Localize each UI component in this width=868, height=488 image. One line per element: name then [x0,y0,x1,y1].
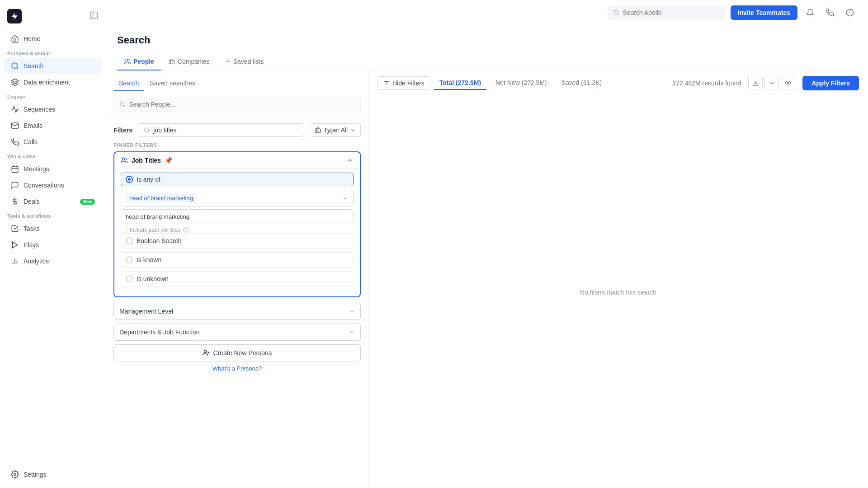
whats-persona-link[interactable]: What's a Persona? [113,365,361,372]
filters-label: Filters [113,127,132,134]
sidebar-item-plays-label: Plays [24,241,39,249]
svg-point-19 [126,59,128,61]
is-unknown-label: Is unknown [137,275,169,282]
job-titles-label: Job Titles [132,157,161,164]
management-level-select[interactable]: Management Level [113,303,361,320]
filter-card-title: Job Titles 📌 [121,157,172,164]
sidebar-item-data-enrichment[interactable]: Data enrichment [4,75,102,90]
tab-total[interactable]: Total (272.5M) [434,76,486,90]
collapse-icon[interactable] [346,157,354,164]
boolean-search-label: Boolean Search [137,237,182,244]
sidebar-item-search[interactable]: Search [4,58,102,74]
home-icon [11,35,19,43]
dropdown-icon-button[interactable] [764,76,779,90]
hide-filters-button[interactable]: Hide Filters [377,76,430,90]
sidebar-collapse-button[interactable] [90,11,99,22]
departments-select[interactable]: Departments & Job Function [113,324,361,341]
sidebar-item-emails[interactable]: Emails [4,118,102,133]
is-any-of-option[interactable]: Is any of [121,173,354,186]
tab-net-new[interactable]: Net New (272.5M) [490,76,552,90]
phone-icon [11,138,19,146]
include-past-checkbox[interactable] [121,227,127,233]
right-panel-toolbar: Hide Filters Total (272.5M) Net New (272… [368,70,868,96]
sidebar-item-calls[interactable]: Calls [4,134,102,150]
sidebar-item-meetings-label: Meetings [24,165,49,173]
svg-rect-31 [315,129,321,132]
filter-card-header[interactable]: Job Titles 📌 [114,152,360,169]
sidebar-item-tasks-label: Tasks [24,225,40,232]
sidebar-item-sequences[interactable]: Sequences [4,102,102,117]
sidebar-item-conversations[interactable]: Conversations [4,178,102,193]
filter-search-input[interactable] [153,127,298,134]
search-people-box [106,91,368,118]
search-people-input[interactable] [129,101,355,108]
sidebar-item-home[interactable]: Home [4,31,102,47]
engage-section-label: Engage [0,90,106,101]
notifications-icon[interactable] [803,5,817,20]
phone-topbar-icon[interactable] [823,5,837,20]
boolean-search-option[interactable]: Boolean Search [121,233,354,249]
include-past-label: Include past job titles [130,227,180,233]
tab-saved-lists[interactable]: Saved lists [217,53,271,70]
hide-filters-label: Hide Filters [392,80,425,87]
search-apollo-box[interactable] [608,6,725,19]
main-tabs: People Companies Saved lists [117,53,857,70]
search-people-input-wrapper[interactable] [113,97,361,112]
boolean-search-radio [126,237,133,244]
svg-point-36 [204,350,206,352]
sidebar-item-tasks[interactable]: Tasks [4,221,102,236]
svg-point-27 [120,102,124,106]
deals-badge: New [80,199,95,205]
is-unknown-option[interactable]: Is unknown [121,271,354,286]
topbar: Invite Teammates [106,0,868,25]
job-titles-filter-card: Job Titles 📌 Is any of [113,151,361,297]
logo-icon[interactable] [7,9,22,23]
search-area: Search Saved searches Filters [106,70,868,488]
no-filters-message: No filters match this search [368,96,868,488]
sidebar-logo [0,5,106,31]
search-apollo-input[interactable] [623,9,719,16]
create-persona-button[interactable]: Create New Persona [113,344,361,361]
bell-topbar-icon[interactable] [843,5,857,20]
sidebar-item-deals[interactable]: Deals New [4,194,102,209]
is-known-option[interactable]: Is known [121,252,354,267]
tasks-icon [11,225,19,233]
apply-filters-button[interactable]: Apply Filters [802,76,859,90]
departments-label: Departments & Job Function [119,328,199,336]
tab-saved[interactable]: Saved (61.2K) [556,76,608,90]
sub-tab-search[interactable]: Search [113,76,144,91]
sub-tab-saved-searches[interactable]: Saved searches [144,76,200,91]
job-title-tag-select[interactable]: head of brand marketing [121,190,354,206]
invite-teammates-button[interactable]: Invite Teammates [731,5,797,20]
sub-tabs: Search Saved searches [106,70,368,91]
type-filter-dropdown[interactable]: Type: All [310,123,361,137]
people-tab-icon [124,58,131,65]
chat-icon [11,181,19,189]
dollar-icon [11,197,19,206]
sidebar-item-settings[interactable]: Settings [4,467,102,482]
departments-chevron-icon [349,329,355,335]
pin-icon: 📌 [165,157,172,164]
filter-search-box[interactable] [138,123,304,137]
filter-card-body: Is any of head of brand marketing head o… [114,169,360,296]
include-past-row[interactable]: Include past job titles [121,227,354,233]
view-toggle-button[interactable] [781,76,795,90]
pinned-filters-label: Pinned Filters [113,142,361,148]
is-any-of-radio [126,176,133,183]
search-people-icon [119,101,125,108]
tab-saved-lists-label: Saved lists [233,58,264,65]
tab-companies[interactable]: Companies [161,53,217,70]
export-icon-button[interactable] [748,76,763,90]
svg-rect-4 [12,166,18,173]
sidebar-item-analytics[interactable]: Analytics [4,253,102,269]
svg-line-15 [617,14,618,14]
job-title-tag: head of brand marketing [126,194,197,202]
search-nav-icon [11,62,19,70]
sidebar-item-analytics-label: Analytics [24,258,49,265]
svg-rect-0 [91,12,98,19]
tab-people[interactable]: People [117,53,161,70]
filters-section: Filters Type: All Pinned Filters [106,118,368,488]
sidebar-item-sequences-label: Sequences [24,106,55,113]
sidebar-item-plays[interactable]: Plays [4,237,102,253]
sidebar-item-meetings[interactable]: Meetings [4,161,102,177]
